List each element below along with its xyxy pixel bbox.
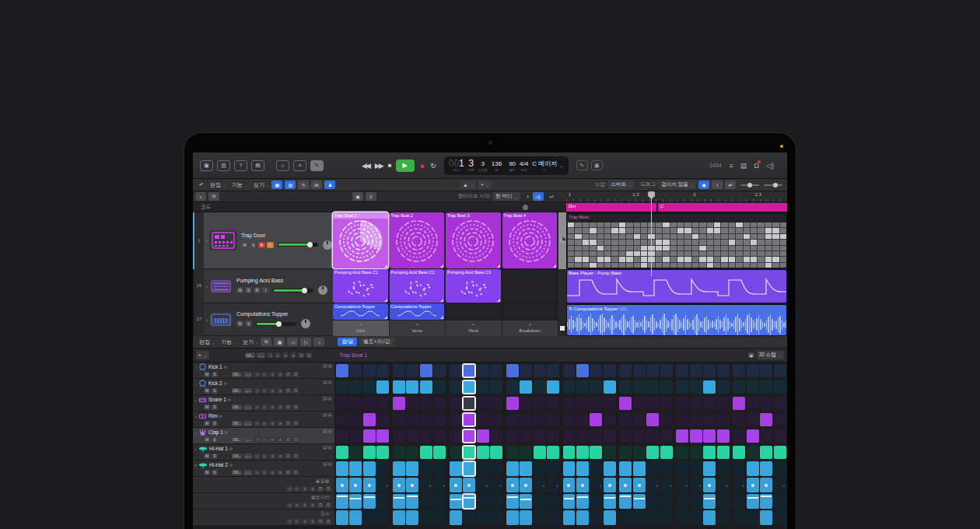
step-cell[interactable]: [433, 446, 446, 459]
step-cell[interactable]: [433, 380, 446, 394]
rotate-left-button[interactable]: ◁: [254, 437, 260, 443]
step-cell[interactable]: [393, 461, 405, 476]
undo-icon[interactable]: ↶: [199, 182, 204, 188]
row-header[interactable]: ›Snare 1⟳켬/끔MS/16⌄→⌄◁▷∨∧⊡⊡: [193, 395, 334, 412]
text-tool-button[interactable]: I: [712, 180, 723, 189]
step-cell[interactable]: [660, 446, 673, 459]
scene-stop-icon[interactable]: [560, 326, 565, 331]
step-cell[interactable]: [393, 397, 405, 410]
step-cell[interactable]: [534, 364, 546, 377]
step-cell[interactable]: ▸: [676, 478, 688, 492]
step-cell[interactable]: [406, 380, 418, 394]
horizontal-zoom-slider[interactable]: [764, 184, 782, 186]
step-cell[interactable]: [619, 364, 632, 377]
step-cell[interactable]: [363, 397, 376, 410]
step-cell[interactable]: [393, 510, 405, 525]
cell-corner-handle[interactable]: [553, 264, 556, 268]
menu-2[interactable]: 보기 ⌄: [254, 181, 269, 189]
step-cell[interactable]: [534, 397, 546, 410]
cell-corner-handle[interactable]: [384, 316, 387, 319]
step-cell[interactable]: [633, 510, 646, 525]
step-cell[interactable]: [490, 413, 502, 426]
step-cell[interactable]: [676, 494, 688, 509]
mute-button[interactable]: M: [204, 372, 210, 377]
step-cell[interactable]: [633, 478, 646, 492]
step-cell[interactable]: [733, 364, 745, 377]
step-cell[interactable]: [463, 429, 475, 443]
step-cell[interactable]: [676, 446, 688, 459]
decrement-button[interactable]: ∨: [269, 437, 275, 443]
step-cell[interactable]: [363, 364, 376, 377]
rotate-right-button[interactable]: ▷: [261, 405, 268, 410]
edit-step-button[interactable]: ⊡: [292, 470, 299, 475]
step-rate-dropdown[interactable]: /16⌄: [232, 437, 242, 443]
edit-step-button[interactable]: ⊡: [285, 470, 291, 475]
step-cell[interactable]: ▸: [690, 478, 702, 492]
grid-icon[interactable]: ▦: [274, 338, 285, 346]
mute-button[interactable]: M: [236, 287, 243, 293]
scene-trigger[interactable]: ⌃Verse: [390, 321, 446, 336]
quick-help-icon[interactable]: ?: [234, 160, 247, 171]
rotate-right-button[interactable]: ▷: [294, 486, 300, 492]
step-cell[interactable]: [349, 364, 362, 377]
row-header[interactable]: ›Kick 2⟳켬/끔MS/16⌄→⌄◁▷∨∧⊡⊡: [193, 379, 334, 395]
step-cell[interactable]: [703, 478, 716, 492]
stop-button[interactable]: ■: [388, 162, 390, 169]
audio-region[interactable]: ↻ Computations Topper GG: [566, 304, 787, 336]
step-cell[interactable]: [760, 510, 772, 525]
timeline-ruler[interactable]: 11.322.3: [566, 191, 787, 202]
step-cell[interactable]: [563, 429, 576, 443]
volume-knob[interactable]: [276, 321, 282, 327]
step-cell[interactable]: [534, 380, 546, 394]
step-cell[interactable]: [774, 364, 786, 377]
step-cell[interactable]: [477, 429, 489, 443]
rotate-right-button[interactable]: ▷: [294, 503, 300, 508]
step-cell[interactable]: [547, 510, 559, 525]
step-cell[interactable]: [506, 364, 519, 377]
step-cell[interactable]: [733, 413, 745, 426]
rotate-right-button[interactable]: ▷: [261, 454, 268, 459]
main-window-icon[interactable]: ▣: [200, 160, 213, 171]
edit-step-button[interactable]: ⊡: [285, 405, 291, 410]
step-cell[interactable]: [590, 429, 602, 443]
step-cell[interactable]: [633, 494, 646, 509]
seq-menu-1[interactable]: 기능 ⌄: [221, 338, 236, 346]
step-cell[interactable]: [774, 397, 786, 410]
step-cell[interactable]: [520, 446, 532, 459]
increment-button[interactable]: ∧: [277, 470, 283, 475]
decrement-button[interactable]: ∨: [302, 519, 308, 524]
step-cell[interactable]: [646, 461, 659, 476]
increment-button[interactable]: ∧: [277, 421, 283, 426]
edit-step-button[interactable]: ⊡: [292, 388, 299, 394]
step-cell[interactable]: [660, 380, 673, 394]
row-header[interactable]: ∨Hi-Hat 2⟳켬/끔MS/16⌄→⌄◁▷∨∧⊡⊡: [193, 461, 334, 477]
note-pad-button[interactable]: ▣: [591, 160, 603, 170]
step-cell[interactable]: [576, 429, 589, 443]
step-cell[interactable]: [703, 461, 716, 476]
edit-step-button[interactable]: ⊡: [292, 372, 299, 377]
increment-button[interactable]: ∧: [277, 437, 283, 443]
step-cell[interactable]: [477, 494, 489, 509]
rotate-right-button[interactable]: ▷: [261, 437, 268, 443]
step-cell[interactable]: [563, 413, 576, 426]
step-cell[interactable]: [433, 364, 446, 377]
step-cell[interactable]: [619, 413, 632, 426]
step-cell[interactable]: [590, 413, 602, 426]
step-cell[interactable]: [646, 397, 659, 410]
disclosure-icon[interactable]: ›: [193, 365, 198, 370]
step-cell[interactable]: [393, 380, 405, 394]
track-header[interactable]: ›Trap DoorMSRI: [204, 212, 333, 269]
row-header[interactable]: ›Rim⟳켬/끔MS/16⌄→⌄◁▷∨∧⊡⊡: [193, 412, 334, 428]
rotate-left-button[interactable]: ◁: [286, 486, 292, 492]
step-cell[interactable]: [660, 461, 673, 476]
pattern-settings-icon[interactable]: ▣: [748, 352, 754, 358]
step-cell[interactable]: [760, 461, 772, 476]
step-rate-dropdown[interactable]: /16⌄: [232, 470, 242, 475]
cycle-button[interactable]: ↻: [430, 162, 435, 170]
snap-dropdown[interactable]: 스마트⌄: [608, 180, 634, 189]
step-cell[interactable]: [376, 413, 389, 426]
step-cell[interactable]: [490, 364, 502, 377]
edit-step-button[interactable]: ⊡: [285, 372, 291, 377]
step-cell[interactable]: [703, 494, 716, 509]
step-cell[interactable]: [590, 446, 602, 459]
